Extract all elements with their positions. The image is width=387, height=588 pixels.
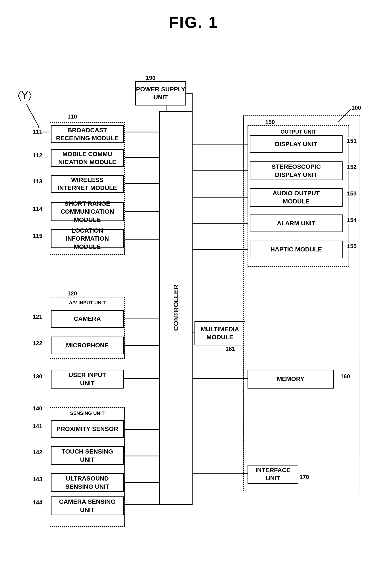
stereo-display-box: STEREOSCOPICDISPLAY UNIT [250, 161, 343, 180]
label-100: 100 [351, 104, 361, 111]
mobile-comm-box: MOBILE COMMUNICATION MODULE [51, 149, 124, 167]
memory-box: MEMORY [247, 370, 334, 389]
microphone-box: MICROPHONE [51, 336, 124, 354]
label-120: 120 [67, 290, 77, 297]
antenna-icon: 〈Y〉 [18, 89, 32, 102]
location-info-box: LOCATION INFORMATIONMODULE [51, 229, 124, 248]
ref-111: 111 [33, 128, 42, 135]
ref-121: 121 [33, 313, 42, 320]
svg-line-24 [26, 104, 39, 126]
ref-141: 141 [33, 423, 42, 430]
alarm-unit-box: ALARM UNIT [250, 214, 343, 232]
ref-155: 155 [347, 243, 357, 250]
label-181: 181 [225, 345, 235, 352]
ref-143: 143 [33, 476, 42, 483]
ultrasound-box: ULTRASOUNDSENSING UNIT [51, 473, 124, 492]
ref-154: 154 [347, 217, 357, 224]
ref-144: 144 [33, 499, 42, 506]
short-range-box: SHORT-RANGECOMMUNICATION MODULE [51, 202, 124, 221]
label-150: 150 [265, 119, 275, 126]
label-140: 140 [33, 405, 42, 412]
ref-160: 160 [340, 373, 350, 380]
broadcast-box: BROADCASTRECEIVING MODULE [51, 126, 124, 143]
user-input-box: USER INPUTUNIT [51, 370, 124, 389]
camera-box: CAMERA [51, 310, 124, 328]
ref-122: 122 [33, 340, 42, 347]
ref-151: 151 [347, 138, 357, 144]
ref-152: 152 [347, 164, 357, 170]
camera-sensing-box: CAMERA SENSINGUNIT [51, 496, 124, 515]
svg-line-23 [338, 109, 351, 122]
ref-112: 112 [33, 152, 42, 159]
power-supply-box: POWER SUPPLYUNIT [135, 81, 186, 105]
haptic-module-box: HAPTIC MODULE [250, 241, 343, 258]
audio-output-box: AUDIO OUTPUTMODULE [250, 188, 343, 207]
ref-114: 114 [33, 206, 42, 212]
ref-170: 170 [300, 474, 309, 481]
label-110: 110 [67, 113, 77, 120]
proximity-box: PROXIMITY SENSOR [51, 420, 124, 438]
multimedia-box: MULTIMEDIAMODULE [195, 321, 245, 345]
label-190: 190 [146, 75, 155, 81]
interface-unit-box: INTERFACE UNIT [247, 465, 298, 484]
ref-113: 113 [33, 178, 42, 185]
controller-box: CONTROLLER [159, 111, 192, 505]
ref-130: 130 [33, 373, 42, 380]
touch-sensing-box: TOUCH SENSINGUNIT [51, 446, 124, 465]
wireless-internet-box: WIRELESSINTERNET MODULE [51, 175, 124, 193]
page-title: FIG. 1 [0, 0, 387, 40]
ref-142: 142 [33, 449, 42, 456]
display-unit-box: DISPLAY UNIT [250, 135, 343, 153]
ref-153: 153 [347, 190, 357, 197]
ref-115: 115 [33, 233, 42, 239]
